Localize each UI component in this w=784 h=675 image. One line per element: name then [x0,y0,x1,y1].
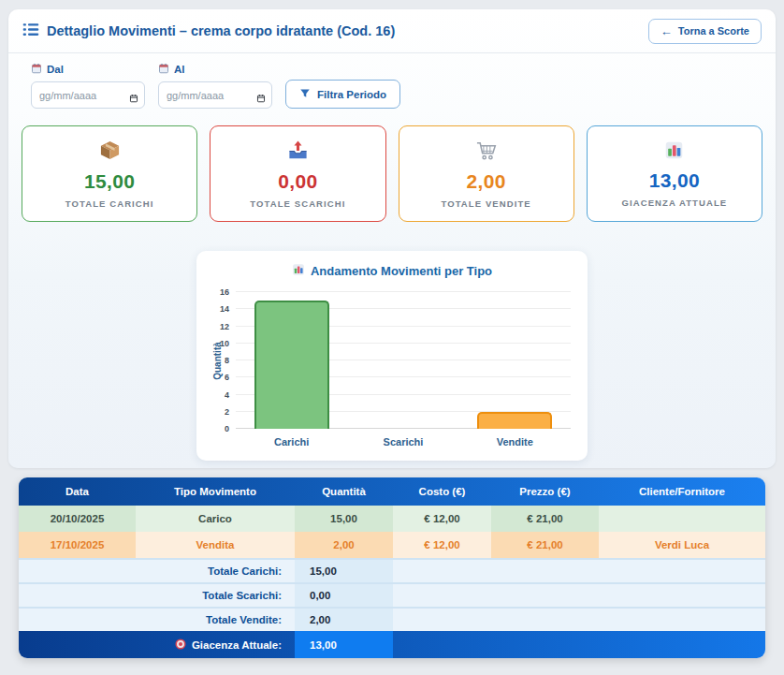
cell-prezzo: € 21,00 [491,506,599,532]
date-from-input[interactable] [31,81,145,109]
cell-quantita: 15,00 [295,506,393,532]
page: Dettaglio Movimenti – crema corpo idrata… [0,0,784,675]
column-header-tipo-movimento: Tipo Movimento [136,477,295,506]
gridline [236,291,571,292]
outbox-icon [287,139,309,165]
giacenza-value: 13,00 [295,631,393,658]
stat-card-giacenza-attuale: 13,00 GIACENZA ATTUALE [587,125,762,222]
stat-label: TOTALE CARICHI [65,198,154,209]
x-axis-label-vendite: Vendite [459,436,571,448]
footer-value: 15,00 [295,560,393,582]
y-tick-label: 4 [225,390,229,400]
table-row-vendita: 17/10/2025 Vendita 2,00 € 12,00 € 21,00 … [19,532,765,558]
stat-card-totale-scarichi: 0,00 TOTALE SCARICHI [210,125,385,222]
filter-period-button[interactable]: Filtra Periodo [285,80,400,109]
footer-row-totale-carichi: Totale Carichi: 15,00 [19,558,765,582]
cell-data: 17/10/2025 [19,532,136,558]
column-header-costo: Costo (€) [393,477,491,506]
cell-tipo: Vendita [136,532,295,558]
y-tick-label: 10 [220,339,229,348]
footer-row-totale-scarichi: Totale Scarichi: 0,00 [19,582,765,607]
date-to-input[interactable] [158,81,272,109]
cell-costo: € 12,00 [393,532,491,558]
footer-spacer [393,631,765,658]
stat-value: 13,00 [649,169,700,192]
table-row-carico: 20/10/2025 Carico 15,00 € 12,00 € 21,00 [19,506,765,532]
y-tick-label: 0 [225,424,229,433]
footer-spacer [393,560,765,582]
stat-value: 2,00 [467,170,506,193]
footer-value: 0,00 [295,584,393,607]
chart-plot: 0246810121416CarichiScarichiVendite [236,292,571,429]
stat-label: GIACENZA ATTUALE [621,198,727,208]
movements-chart-card: Andamento Movimenti per Tipo Quantità 02… [196,251,588,461]
cell-prezzo: € 21,00 [491,532,599,558]
footer-label: Totale Scarichi: [19,584,295,607]
y-tick-label: 6 [225,373,229,382]
list-icon [22,22,39,40]
cell-quantita: 2,00 [295,532,393,558]
stat-value: 15,00 [84,170,135,193]
footer-row-totale-vendite: Totale Vendite: 2,00 [19,607,765,631]
x-axis-label-carichi: Carichi [236,436,347,448]
footer-spacer [393,609,765,631]
panel-header: Dettaglio Movimenti – crema corpo idrata… [8,9,776,53]
stat-card-totale-carichi: 15,00 TOTALE CARICHI [22,125,197,222]
funnel-icon [299,88,311,101]
bar-carichi [254,301,329,429]
cart-icon [474,139,499,165]
date-from-group: Dal [31,63,145,109]
stat-card-totale-vendite: 2,00 TOTALE VENDITE [399,125,574,222]
bar-chart-icon [292,263,305,279]
column-header-quantita: Quantità [295,477,393,506]
chart-title: Andamento Movimenti per Tipo [196,263,588,279]
target-icon [175,638,186,652]
cell-cliente [599,506,765,532]
footer-spacer [393,584,765,607]
footer-row-giacenza-attuale: Giacenza Attuale: 13,00 [19,631,765,658]
date-to-label: Al [158,63,272,76]
y-tick-label: 16 [220,287,229,297]
y-tick-label: 14 [220,304,229,314]
cell-data: 20/10/2025 [19,506,136,532]
stat-label: TOTALE SCARICHI [250,198,345,209]
date-picker-icon[interactable] [129,90,138,107]
back-arrow-icon: ← [661,24,673,38]
giacenza-label: Giacenza Attuale: [19,631,295,658]
cell-cliente: Verdi Luca [599,532,765,558]
column-header-prezzo: Prezzo (€) [491,477,599,506]
bar-chart-icon [664,140,684,164]
cell-costo: € 12,00 [393,506,491,532]
y-tick-label: 8 [225,356,229,365]
footer-value: 2,00 [295,609,393,631]
page-title: Dettaglio Movimenti – crema corpo idrata… [47,23,395,38]
stat-value: 0,00 [278,170,317,193]
x-axis-label-scarichi: Scarichi [347,436,458,448]
date-to-group: Al [158,63,272,109]
back-to-stock-button[interactable]: ← Torna a Scorte [648,19,762,44]
date-from-label: Dal [31,63,145,76]
movements-detail-panel: Dettaglio Movimenti – crema corpo idrata… [8,9,776,468]
footer-label: Totale Vendite: [19,609,295,631]
stat-label: TOTALE VENDITE [441,198,530,209]
cell-tipo: Carico [136,506,295,532]
calendar-icon [31,63,42,76]
column-header-data: Data [19,477,136,506]
date-picker-icon[interactable] [256,90,266,107]
stat-cards-row: 15,00 TOTALE CARICHI 0,00 TOTALE SCARICH… [22,125,762,222]
calendar-icon [158,63,169,76]
movements-table: Data Tipo Movimento Quantità Costo (€) P… [19,477,765,658]
column-header-cliente-fornitore: Cliente/Fornitore [599,477,765,506]
package-icon [99,139,121,165]
y-tick-label: 2 [225,407,229,417]
date-filters: Dal [8,53,776,109]
table-header-row: Data Tipo Movimento Quantità Costo (€) P… [19,477,765,506]
bar-vendite [477,412,552,429]
y-tick-label: 12 [220,322,229,331]
footer-label: Totale Carichi: [19,560,295,582]
back-button-label: Torna a Scorte [678,25,749,37]
